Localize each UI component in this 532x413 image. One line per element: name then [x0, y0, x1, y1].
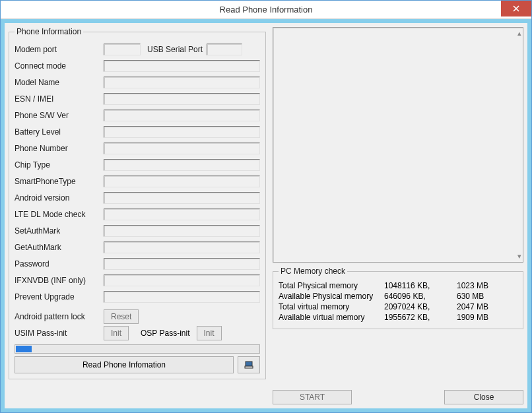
memory-row: Available virtual memory1955672 KB,1909 …: [279, 313, 517, 322]
field-label: LTE DL Mode check: [15, 210, 104, 219]
field-label: ESN / IMEI: [15, 94, 104, 104]
close-icon: [513, 5, 519, 12]
client-area: Phone Information Modem port USB Serial …: [1, 19, 531, 412]
log-output[interactable]: ▴ ▾: [273, 27, 523, 263]
model-name-field: [104, 77, 260, 88]
device-icon-button[interactable]: [238, 356, 260, 373]
app-window: Read Phone Information Phone Information…: [0, 0, 532, 413]
scroll-down-icon[interactable]: ▾: [517, 252, 521, 261]
osp-pass-init-label: OSP Pass-init: [141, 329, 189, 338]
progress-bar-fill: [16, 346, 32, 352]
field-label: Prevent Upgrade: [15, 292, 104, 302]
scroll-up-icon[interactable]: ▴: [517, 29, 521, 38]
modem-port-field: [104, 44, 141, 55]
usim-init-button[interactable]: Init: [104, 326, 129, 340]
usb-serial-label: USB Serial Port: [147, 45, 203, 54]
usb-serial-field: [207, 44, 242, 55]
battery-level-field: [104, 126, 260, 138]
esn-imei-field: [104, 93, 260, 105]
modem-port-label: Modem port: [15, 45, 104, 54]
connect-mode-field: [104, 60, 260, 72]
svg-rect-1: [245, 366, 253, 368]
field-label: Model Name: [15, 78, 104, 87]
phone-number-field: [104, 143, 260, 154]
usim-pass-init-label: USIM Pass-init: [15, 329, 104, 338]
field-label: Password: [15, 259, 104, 269]
osp-init-button[interactable]: Init: [197, 326, 222, 340]
prevent-upgrade-field: [104, 291, 260, 303]
close-button[interactable]: Close: [444, 390, 523, 404]
memory-row: Available Physical memory646096 KB,630 M…: [279, 292, 517, 301]
android-pattern-lock-label: Android pattern lock: [15, 312, 104, 321]
title-bar: Read Phone Information: [1, 1, 531, 19]
phone-information-group: Phone Information Modem port USB Serial …: [9, 27, 266, 379]
chip-type-field: [104, 159, 260, 171]
phone-sw-ver-field: [104, 110, 260, 121]
field-label: SetAuthMark: [15, 226, 104, 236]
field-label: Chip Type: [15, 160, 104, 170]
memory-row: Total Physical memory1048116 KB,1023 MB: [279, 281, 517, 290]
reset-button[interactable]: Reset: [104, 309, 139, 324]
modem-port-row: Modem port USB Serial Port: [15, 42, 260, 57]
android-version-field: [104, 192, 260, 204]
password-field: [104, 258, 260, 270]
field-label: Phone S/W Ver: [15, 111, 104, 120]
field-label: Phone Number: [15, 144, 104, 153]
set-auth-mark-field: [104, 225, 260, 237]
ifxnvdb-field: [104, 274, 260, 286]
start-button[interactable]: START: [273, 390, 352, 404]
read-phone-information-button[interactable]: Read Phone Infomation: [15, 356, 234, 373]
get-auth-mark-field: [104, 241, 260, 253]
computer-icon: [244, 360, 253, 369]
progress-bar: [15, 344, 260, 354]
lte-dl-mode-field: [104, 208, 260, 220]
pc-memory-check-legend: PC Memory check: [279, 267, 347, 276]
phone-information-legend: Phone Information: [15, 27, 83, 36]
field-label: Battery Level: [15, 127, 104, 137]
field-label: IFXNVDB (INF only): [15, 276, 104, 285]
svg-rect-0: [246, 362, 252, 366]
memory-row: Total virtual memory2097024 KB,2047 MB: [279, 302, 517, 311]
field-label: GetAuthMark: [15, 243, 104, 252]
pc-memory-check-group: PC Memory check Total Physical memory104…: [273, 267, 523, 329]
field-label: Android version: [15, 193, 104, 203]
field-label: SmartPhoneType: [15, 177, 104, 186]
window-close-button[interactable]: [501, 1, 531, 16]
smartphone-type-field: [104, 175, 260, 187]
window-title: Read Phone Information: [220, 5, 313, 15]
field-label: Connect mode: [15, 61, 104, 71]
